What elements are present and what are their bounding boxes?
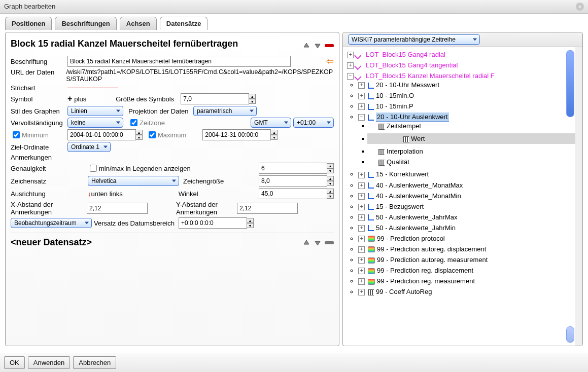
delete-icon[interactable] (325, 44, 334, 47)
min-input[interactable] (67, 129, 136, 140)
expand-icon[interactable]: + (358, 268, 365, 274)
cancel-button[interactable]: Abbrechen (73, 356, 116, 369)
max-check[interactable] (149, 131, 156, 138)
collapse-icon[interactable]: − (358, 114, 365, 121)
tree-item[interactable]: 99 - Prediction protocol (377, 235, 445, 242)
max-stepper[interactable]: ▲▼ (270, 130, 278, 140)
expand-icon[interactable]: + (358, 204, 365, 210)
expand-icon[interactable]: + (347, 62, 354, 69)
tree-item[interactable]: 50 - Auslenkwerte_JahrMin (376, 224, 456, 232)
collapse-icon[interactable]: − (347, 73, 354, 80)
chart-icon (368, 93, 374, 99)
genau-stepper[interactable]: ▲▼ (327, 163, 334, 173)
zg-label: Zeichengröße (183, 177, 224, 185)
xab-input[interactable] (87, 203, 148, 214)
expand-icon[interactable]: + (358, 289, 365, 295)
groesse-input[interactable] (181, 93, 249, 104)
zeichensatz-select[interactable]: Helvetica (88, 176, 179, 186)
expand-icon[interactable]: + (358, 246, 365, 253)
expand-icon[interactable]: + (358, 236, 365, 242)
tree-item[interactable]: 99 - Prediction reg. displacement (377, 267, 473, 274)
apply-button[interactable]: Anwenden (28, 356, 70, 369)
tab-achsen[interactable]: Achsen (120, 17, 157, 30)
tab-beschriftungen[interactable]: Beschriftungen (55, 17, 116, 30)
tree-item[interactable]: 15 - Korrekturwert (376, 170, 429, 178)
expand-icon[interactable]: + (358, 257, 365, 264)
tree-item[interactable]: 99 - Prediction autoreg. displacement (377, 245, 486, 253)
url-value: /wiski7/mts?path1=/KOPS/LOTBL15/LOT155RF… (66, 68, 334, 83)
tab-positionen[interactable]: Positionen (5, 17, 52, 30)
tree-item[interactable]: 20 - 10-Uhr Messwert (376, 81, 439, 89)
ziel-select[interactable]: Ordinate 1 (67, 142, 111, 152)
scrollbar-thumb[interactable] (566, 50, 574, 117)
tab-datensaetze[interactable]: Datensätze (160, 17, 208, 30)
tree-item[interactable]: 99 - Coeff AutoReg (376, 288, 432, 295)
genau-input[interactable] (259, 163, 327, 174)
svg-marker-2 (304, 240, 309, 244)
min-stepper[interactable]: ▲▼ (135, 130, 143, 140)
tree-item[interactable]: LOT_Block15 Gang4 radial (366, 51, 445, 58)
chart-icon (368, 115, 374, 121)
vervoll-select[interactable]: keine (67, 118, 123, 128)
zg-input[interactable] (259, 175, 327, 187)
scrollbar-thumb-bottom[interactable] (566, 326, 574, 343)
winkel-stepper[interactable]: ▲▼ (327, 189, 334, 199)
tree-item[interactable]: 40 - Auslenkwerte_MonatMin (376, 192, 461, 200)
close-icon[interactable]: × (576, 3, 584, 11)
tz-offset-select[interactable]: +01:00 (293, 118, 334, 128)
tree-item[interactable]: 50 - Auslenkwerte_JahrMax (376, 213, 457, 221)
expand-icon[interactable]: + (358, 214, 365, 221)
new-move-down-icon[interactable] (314, 239, 322, 247)
min-check[interactable] (13, 131, 20, 138)
proj-select[interactable]: parametrisch (193, 106, 257, 116)
new-delete-icon[interactable] (325, 241, 334, 244)
new-move-up-icon[interactable] (302, 239, 310, 247)
beschriftung-label: Beschriftung (11, 58, 67, 65)
zeitzone-check[interactable] (130, 119, 137, 126)
beschriftung-input[interactable] (67, 56, 291, 67)
winkel-input[interactable] (259, 188, 327, 199)
chart-icon (368, 83, 374, 89)
yab-input[interactable] (237, 203, 298, 214)
expand-icon[interactable]: + (358, 82, 365, 89)
expand-icon[interactable]: + (347, 52, 354, 58)
tree-item-highlighted[interactable]: Wert (367, 133, 575, 144)
tree-item[interactable]: 40 - Auslenkwerte_MonatMax (376, 181, 463, 189)
expand-icon[interactable]: + (358, 193, 365, 200)
tree-item[interactable]: 10 - 15min.P (376, 102, 413, 110)
tree-item[interactable]: 99 - Prediction reg. measurement (377, 277, 475, 285)
tree-view[interactable]: +LOT_Block15 Gang4 radial +LOT_Block15 G… (343, 47, 582, 346)
stil-select[interactable]: Linien (67, 106, 123, 116)
groesse-stepper[interactable]: ▲▼ (249, 94, 256, 104)
prediction-icon (368, 257, 375, 264)
tree-item-selected[interactable]: 20 - 10-Uhr Auslenkwert (376, 113, 448, 122)
tree-item[interactable]: 15 - Bezugswert (376, 203, 424, 210)
timeseries-type-select[interactable]: WISKI7 parameterabhängige Zeitreihe (348, 34, 480, 45)
move-down-icon[interactable] (314, 42, 322, 50)
max-input[interactable] (202, 129, 271, 140)
minmax-check[interactable] (90, 165, 97, 172)
expand-icon[interactable]: + (358, 93, 365, 99)
expand-icon[interactable]: + (358, 225, 365, 232)
move-up-icon[interactable] (302, 42, 310, 50)
tree-item[interactable]: LOT_Block15 Kanzel Mauerscheitel radial … (366, 72, 495, 80)
zg-stepper[interactable]: ▲▼ (327, 176, 334, 186)
versatz-input[interactable] (179, 217, 247, 229)
assign-arrow-icon[interactable]: ⇦ (326, 56, 334, 67)
expand-icon[interactable]: + (358, 278, 365, 285)
versatz-stepper[interactable]: ▲▼ (247, 218, 254, 228)
expand-icon[interactable]: + (358, 172, 365, 178)
symbol-value: plus (74, 95, 86, 103)
tree-item[interactable]: LOT_Block15 Gang4 tangential (366, 61, 458, 69)
tree-item[interactable]: Zeitstempel (387, 122, 421, 130)
expand-icon[interactable]: + (358, 103, 365, 110)
tree-item[interactable]: Interpolation (387, 147, 423, 155)
expand-icon[interactable]: + (358, 182, 365, 189)
tree-item[interactable]: 10 - 15min.O (376, 92, 414, 99)
ok-button[interactable]: OK (4, 356, 25, 369)
column-icon (403, 136, 409, 142)
tree-item[interactable]: Qualität (387, 158, 409, 166)
beobachtung-select[interactable]: Beobachtungszeitraum (11, 218, 92, 228)
tree-item[interactable]: 99 - Prediction autoreg. measurement (377, 256, 488, 264)
tz-select[interactable]: GMT (251, 118, 291, 128)
